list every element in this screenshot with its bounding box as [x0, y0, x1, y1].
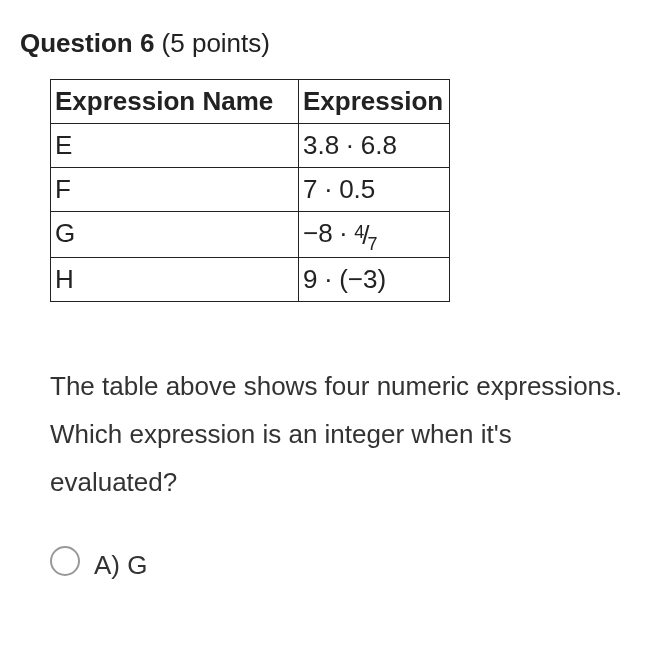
expr-cell: −8 · 4/7 — [299, 212, 450, 258]
expr-name-cell: E — [51, 124, 299, 168]
table-row: H 9 · (−3) — [51, 257, 450, 301]
expr-value: 9 · (−3) — [303, 264, 386, 294]
question-number: Question 6 — [20, 28, 154, 58]
expr-name-cell: F — [51, 168, 299, 212]
expr-cell: 7 · 0.5 — [299, 168, 450, 212]
expr-value: −8 · 4/7 — [303, 218, 378, 248]
fraction: 4/7 — [354, 220, 377, 251]
expr-cell: 9 · (−3) — [299, 257, 450, 301]
option-letter: A) — [94, 550, 120, 580]
col-header-name: Expression Name — [51, 80, 299, 124]
option-value: G — [127, 550, 147, 580]
question-points: (5 points) — [154, 28, 270, 58]
fraction-numerator: 4 — [354, 222, 364, 242]
option-row[interactable]: A) G — [20, 546, 634, 577]
question-header: Question 6 (5 points) — [20, 28, 634, 59]
table-row: G −8 · 4/7 — [51, 212, 450, 258]
expr-value: 7 · 0.5 — [303, 174, 375, 204]
radio-icon[interactable] — [50, 546, 80, 576]
table-row: F 7 · 0.5 — [51, 168, 450, 212]
table-row: E 3.8 · 6.8 — [51, 124, 450, 168]
expr-cell: 3.8 · 6.8 — [299, 124, 450, 168]
option-label: A) G — [94, 550, 147, 581]
expr-name-cell: H — [51, 257, 299, 301]
col-header-expression: Expression — [299, 80, 450, 124]
expr-name-cell: G — [51, 212, 299, 258]
fraction-denominator: 7 — [368, 234, 378, 254]
expression-table: Expression Name Expression E 3.8 · 6.8 F… — [50, 79, 450, 302]
expr-value: 3.8 · 6.8 — [303, 130, 397, 160]
question-text: The table above shows four numeric expre… — [20, 362, 634, 506]
expr-prefix: −8 · — [303, 218, 354, 248]
table-header-row: Expression Name Expression — [51, 80, 450, 124]
expression-table-wrap: Expression Name Expression E 3.8 · 6.8 F… — [20, 79, 634, 302]
